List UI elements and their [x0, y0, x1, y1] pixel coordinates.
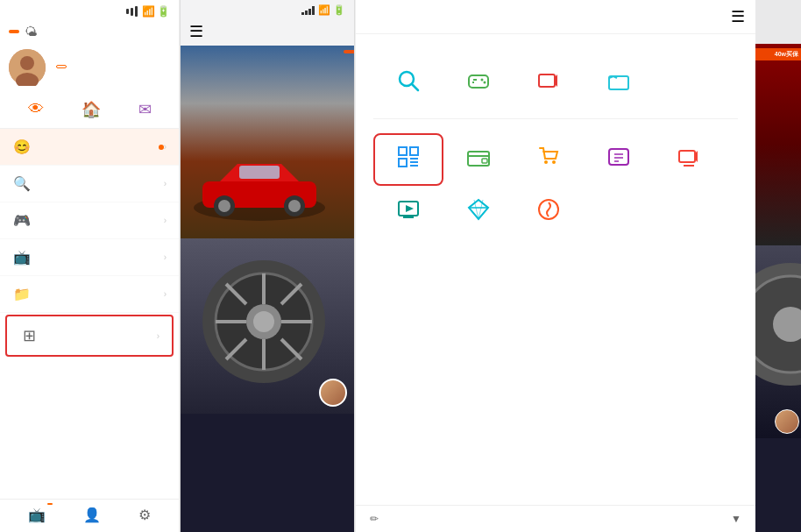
- svg-point-17: [253, 311, 274, 332]
- right-sidebar-panel: ☰: [355, 0, 755, 532]
- sidebar-item-search[interactable]: [373, 57, 443, 110]
- sidebar-item-local[interactable]: [584, 57, 654, 110]
- svg-point-33: [484, 82, 486, 84]
- settings-icon: ⚙: [138, 507, 151, 523]
- youth-icon: 👤: [83, 507, 101, 523]
- signal-icons: 📶 🔋: [126, 5, 170, 18]
- menu-item-games[interactable]: 🎮 ›: [0, 202, 179, 239]
- status-bar: 📶 🔋: [0, 0, 179, 21]
- weather-info: 🌤: [25, 25, 39, 39]
- edit-button[interactable]: ✏: [370, 513, 382, 525]
- svg-rect-5: [308, 9, 311, 15]
- wallet-icon: [462, 140, 495, 174]
- bottom-bar: 📺 👤 ⚙: [0, 499, 179, 532]
- svg-point-32: [481, 79, 484, 82]
- more-item-orders[interactable]: [514, 133, 584, 186]
- messages-icon: 🏠: [82, 100, 101, 119]
- sidebar-icon-grid: [373, 57, 738, 110]
- svg-rect-44: [482, 159, 487, 163]
- follow-button[interactable]: [56, 65, 67, 68]
- svg-line-27: [412, 84, 418, 90]
- car-svg: [194, 155, 325, 225]
- svg-marker-57: [469, 200, 488, 219]
- more-item-music[interactable]: [584, 133, 654, 186]
- car-overlay-text: [344, 50, 354, 53]
- left-sidebar: 📶 🔋 🌤 👁: [0, 0, 180, 532]
- more-item-life[interactable]: [514, 186, 584, 238]
- phone-status-bar: 📶 🔋: [181, 0, 354, 19]
- more-item-wallet[interactable]: [443, 133, 514, 186]
- menu-arrow-games: ›: [164, 216, 167, 225]
- bottom-item-settings[interactable]: ⚙: [138, 507, 151, 525]
- sidebar-item-live[interactable]: [514, 57, 584, 110]
- local-grid-icon: [602, 64, 635, 97]
- far-overlay: 40w买保: [755, 48, 801, 60]
- more-item-paid[interactable]: [443, 186, 514, 238]
- phone-image-wheel: [181, 238, 354, 414]
- menu-arrow-local: ›: [164, 289, 167, 299]
- menu-list: 😊 › 🔍 › 🎮 › 📺 › 📁 › ⊞ ›: [0, 129, 179, 499]
- signal-bar-2: [131, 8, 133, 16]
- menu-item-2019[interactable]: 😊 ›: [0, 129, 179, 166]
- bottom-item-bigscreen[interactable]: 📺: [28, 507, 46, 525]
- bigscreen-icon: 📺: [28, 507, 46, 522]
- theater-icon: [392, 193, 425, 226]
- edit-icon: ✏: [370, 513, 379, 525]
- tab-dynamics[interactable]: 👁: [28, 100, 44, 121]
- right-hamburger-icon[interactable]: ☰: [731, 7, 745, 26]
- life-icon: [532, 193, 565, 226]
- collapse-button[interactable]: ▼: [727, 513, 741, 525]
- user-section[interactable]: [0, 42, 179, 93]
- paid-icon: [462, 193, 495, 226]
- wheel-svg: [198, 256, 330, 387]
- svg-rect-3: [301, 12, 304, 15]
- menu-item-search[interactable]: 🔍 ›: [0, 166, 179, 202]
- svg-marker-55: [406, 205, 414, 212]
- tab-dm[interactable]: ✉: [138, 100, 152, 121]
- menu-item-live[interactable]: 📺 ›: [0, 239, 179, 276]
- more-item-gametv[interactable]: [654, 133, 724, 186]
- weather-icon: 🌤: [25, 25, 37, 39]
- svg-rect-39: [399, 159, 407, 167]
- svg-rect-51: [679, 151, 695, 162]
- user-info: [53, 65, 170, 70]
- far-image-car: 40w买保: [755, 44, 801, 245]
- search-grid-icon: [392, 64, 425, 97]
- svg-point-12: [288, 200, 301, 212]
- signal-bar-1: [126, 9, 129, 14]
- svg-rect-4: [305, 11, 308, 15]
- phone-avatar-small: [319, 379, 347, 407]
- right-panel-header: ☰: [356, 0, 755, 34]
- battery-icon: 🔋: [157, 5, 170, 18]
- menu-item-local[interactable]: 📁 ›: [0, 276, 179, 313]
- svg-rect-37: [399, 147, 407, 155]
- menu-icon-live: 📺: [12, 249, 32, 266]
- sidebar-item-games[interactable]: [443, 57, 514, 110]
- far-avatar: [775, 409, 799, 434]
- svg-rect-36: [609, 76, 628, 89]
- svg-rect-6: [312, 6, 315, 15]
- punch-button[interactable]: [9, 30, 19, 33]
- more-item-scan[interactable]: [373, 133, 443, 186]
- phone-hamburger-icon[interactable]: ☰: [189, 22, 203, 41]
- bigscreen-icon-wrap: 📺: [28, 507, 46, 523]
- phone-header-bar: ☰: [181, 19, 354, 46]
- menu-item-more[interactable]: ⊞ ›: [5, 315, 174, 357]
- tab-messages[interactable]: 🏠: [82, 100, 101, 121]
- svg-rect-34: [539, 74, 555, 87]
- right-panel-content: [356, 34, 755, 505]
- more-item-theater[interactable]: [373, 186, 443, 238]
- svg-point-46: [552, 160, 556, 164]
- menu-arrow-live: ›: [164, 252, 167, 262]
- menu-icon-search: 🔍: [12, 175, 32, 192]
- far-image-wheel: [755, 245, 801, 438]
- wifi-icon: 📶: [142, 5, 155, 18]
- svg-rect-47: [609, 149, 628, 165]
- phone-image-car: [181, 46, 354, 238]
- menu-icon-games: 🎮: [12, 212, 32, 229]
- collapse-icon: ▼: [731, 513, 741, 525]
- dm-icon: ✉: [138, 100, 152, 119]
- menu-arrow-more: ›: [157, 331, 159, 341]
- bottom-item-youth[interactable]: 👤: [83, 507, 101, 525]
- dynamics-icon: 👁: [28, 100, 44, 118]
